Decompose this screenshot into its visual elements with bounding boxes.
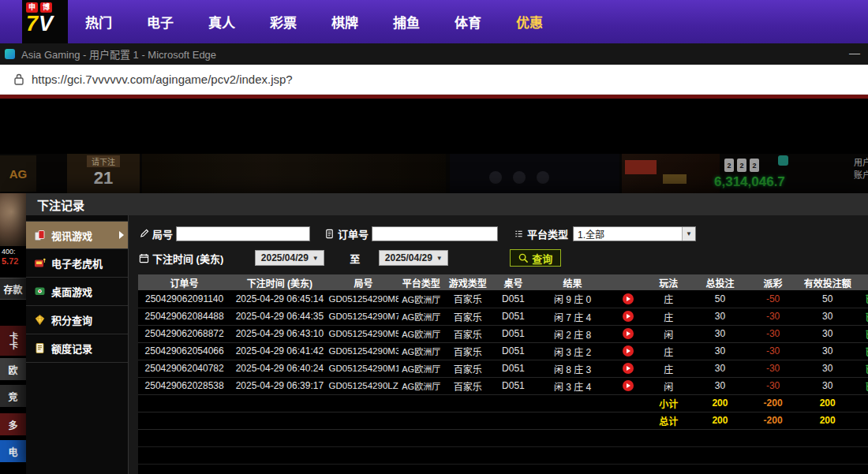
col-payout: 派彩 <box>749 274 798 290</box>
nav-item-board[interactable]: 棋牌 <box>331 12 358 32</box>
sidebar-item-points-query[interactable]: 积分查询 <box>26 306 128 334</box>
cell-round-number: GD051254290M1 <box>328 360 398 377</box>
cell-valid-bet: 30 <box>798 325 858 342</box>
table-row: 250429062028538 2025-04-29 06:39:17 GD05… <box>138 377 868 394</box>
nav-item-sports[interactable]: 体育 <box>455 12 481 32</box>
modal-sidebar: 视讯游戏 电子老虎机 桌面游戏 <box>26 215 129 474</box>
play-video-button[interactable] <box>623 363 634 374</box>
cell-order-number: 250429062084488 <box>138 308 230 325</box>
sidebar-item-label: 积分查询 <box>51 312 92 327</box>
cell-platform: AG欧洲厅 <box>398 325 444 342</box>
play-video-button[interactable] <box>623 345 634 356</box>
col-bet-time: 下注时间 (美东) <box>230 274 328 290</box>
nav-item-lottery[interactable]: 彩票 <box>270 12 297 32</box>
diamond-icon <box>34 314 46 326</box>
calendar-icon <box>139 253 149 263</box>
col-table-number: 桌号 <box>492 274 535 290</box>
sidebar-item-slot-machines[interactable]: 电子老虎机 <box>26 249 128 278</box>
cell-play-type: 庄 <box>645 360 691 377</box>
nav-item-promo[interactable]: 优惠 <box>516 12 543 32</box>
balance-label: 账户余 <box>854 168 868 181</box>
cell-order-number: 250429062028538 <box>138 377 230 394</box>
cell-status: 已派彩 <box>858 308 868 325</box>
playing-card: 2 <box>750 159 759 172</box>
nav-item-hot[interactable]: 热门 <box>85 12 112 32</box>
cards-icon <box>34 230 46 241</box>
play-video-button[interactable] <box>623 328 634 339</box>
minimize-button[interactable]: — <box>849 47 860 59</box>
cell-game-type: 百家乐 <box>444 325 492 342</box>
slot-machine-icon <box>34 257 46 269</box>
hall-tab-multi-fragment[interactable]: 多 <box>0 413 26 435</box>
background-lobby: AG 请下注 21 2 2 2 6,314,046.7 用户名 <box>0 154 868 193</box>
list-icon <box>514 229 524 239</box>
screen: 申 博 7V 热门 电子 真人 彩票 棋牌 捕鱼 体育 优惠 Asia Gami… <box>0 0 868 474</box>
cell-replay <box>610 377 645 394</box>
col-order-number: 订单号 <box>138 274 230 290</box>
hall-tab-bet-fragment[interactable]: 电 <box>0 440 26 462</box>
countdown-timer: 21 <box>67 168 140 188</box>
table-row: 250429062054066 2025-04-29 06:41:42 GD05… <box>138 342 868 360</box>
play-video-button[interactable] <box>623 293 634 304</box>
total-total-bet: 200 <box>691 412 748 429</box>
pencil-icon <box>139 229 149 239</box>
brand-logo[interactable]: 申 博 7V <box>22 0 68 43</box>
date-to-picker[interactable]: 2025/04/29 ▼ <box>379 250 448 266</box>
cell-replay <box>610 360 645 377</box>
deposit-button-fragment[interactable]: 存款 <box>0 278 26 300</box>
lock-icon[interactable] <box>14 73 24 85</box>
cell-valid-bet: 30 <box>798 377 858 394</box>
subtotal-row: 小计 200 -200 200 <box>138 394 868 412</box>
cell-table-number: D051 <box>492 325 535 342</box>
cell-order-number: 250429062068872 <box>138 325 230 342</box>
nav-item-fishing[interactable]: 捕鱼 <box>393 12 420 32</box>
round-number-label: 局号 <box>139 226 173 241</box>
dealer-avatar <box>0 193 26 246</box>
cell-payout: -50 <box>749 290 798 308</box>
hall-tab-europe-fragment[interactable]: 欧 <box>0 358 26 380</box>
url-text[interactable]: https://gci.7vvvvvv.com/agingame/pcv2/in… <box>32 73 293 86</box>
platform-type-value: 1.全部 <box>578 227 604 241</box>
cell-result: 闲 3 庄 2 <box>535 342 610 360</box>
date-from-picker[interactable]: 2025/04/29 ▼ <box>255 250 324 266</box>
hall-tab-bidding-fragment[interactable]: 竞 <box>0 385 26 407</box>
search-button[interactable]: 查询 <box>510 249 561 267</box>
bet-records-modal: 下注记录 视讯游戏 电子老虎机 <box>26 193 868 474</box>
search-icon <box>518 253 529 263</box>
play-video-button[interactable] <box>623 380 634 391</box>
cell-play-type: 庄 <box>645 308 691 325</box>
background-chip <box>663 174 687 184</box>
cell-replay <box>610 290 645 308</box>
table-row: 250429062091140 2025-04-29 06:45:14 GD05… <box>138 290 868 308</box>
cell-bet-time: 2025-04-29 06:43:10 <box>230 325 328 342</box>
table-row: 250429062040782 2025-04-29 06:40:24 GD05… <box>138 360 868 377</box>
caret-down-icon: ▼ <box>312 255 319 262</box>
platform-type-label: 平台类型 <box>514 226 568 241</box>
round-number-input[interactable] <box>176 226 310 241</box>
cell-bet-time: 2025-04-29 06:39:17 <box>230 377 328 394</box>
background-icon-panel <box>450 154 619 193</box>
cell-platform: AG欧洲厅 <box>398 377 444 394</box>
nav-item-live[interactable]: 真人 <box>208 12 235 32</box>
col-round-number: 局号 <box>328 274 398 290</box>
sidebar-item-label: 额度记录 <box>51 341 92 356</box>
username-label: 用户名 <box>854 155 868 168</box>
cell-round-number: GD051254290M5 <box>328 325 398 342</box>
cell-game-type: 百家乐 <box>444 290 492 308</box>
subtotal-valid-bet: 200 <box>798 394 858 412</box>
sidebar-item-table-games[interactable]: 桌面游戏 <box>26 278 128 306</box>
cell-total-bet: 30 <box>691 325 748 342</box>
cell-status: 已派彩 <box>858 360 868 377</box>
total-row: 总计 200 -200 200 <box>138 412 868 429</box>
col-valid-bet: 有效投注额 <box>798 274 858 290</box>
sidebar-item-video-games[interactable]: 视讯游戏 <box>26 221 128 249</box>
bet-countdown-panel: 请下注 21 <box>67 154 140 193</box>
nav-item-slots[interactable]: 电子 <box>147 12 174 32</box>
play-video-button[interactable] <box>623 311 634 322</box>
sidebar-item-quota-records[interactable]: 额度记录 <box>26 334 128 363</box>
order-number-input[interactable] <box>372 226 498 241</box>
cell-status: 已派彩 <box>858 377 868 394</box>
platform-type-select[interactable]: 1.全部 ▼ <box>573 226 696 241</box>
browser-tab-icon <box>5 49 15 59</box>
cell-round-number: GD051254290LZ <box>328 377 398 394</box>
